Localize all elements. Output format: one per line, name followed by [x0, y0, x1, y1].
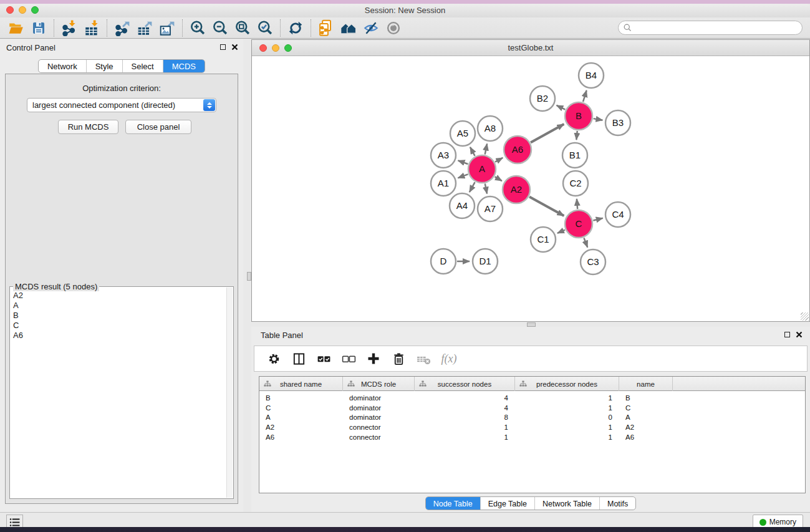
- table-cell: A2: [619, 423, 673, 431]
- edge-A-A4[interactable]: [470, 182, 475, 192]
- zoom-selected-button[interactable]: [254, 19, 276, 37]
- edge-A-A8[interactable]: [485, 144, 487, 155]
- edge-B-B2[interactable]: [557, 105, 566, 110]
- column-header[interactable]: successor nodes: [415, 377, 515, 391]
- sort-icon: [347, 380, 355, 388]
- tab-select[interactable]: Select: [122, 60, 163, 72]
- import-table-button[interactable]: [80, 19, 103, 37]
- node-label-C2: C2: [569, 178, 581, 188]
- home-views-button[interactable]: [337, 19, 360, 37]
- window-resize-grip[interactable]: [801, 312, 809, 321]
- column-header[interactable]: name: [619, 377, 673, 391]
- edge-C-C3[interactable]: [584, 238, 587, 247]
- close-panel-icon[interactable]: [231, 44, 238, 51]
- search-field-wrap: [618, 21, 803, 35]
- float-panel-icon[interactable]: [220, 44, 226, 50]
- hide-graphics-button[interactable]: [360, 19, 382, 37]
- table-cell: A: [259, 414, 343, 421]
- show-graphics-button[interactable]: [382, 19, 405, 37]
- status-bar: Memory: [0, 512, 810, 527]
- edge-A-A7[interactable]: [485, 184, 487, 194]
- split-handle-vertical[interactable]: [247, 272, 251, 281]
- tab-network[interactable]: Network: [39, 60, 86, 72]
- column-label: shared name: [280, 380, 322, 388]
- edge-A-A1[interactable]: [458, 174, 468, 178]
- mcds-result-item[interactable]: C: [11, 321, 226, 331]
- table-row[interactable]: A6connector11A6: [259, 432, 805, 442]
- edge-A-A3[interactable]: [458, 160, 468, 164]
- close-panel-icon[interactable]: [796, 331, 803, 338]
- select-stepper-icon: [203, 99, 215, 111]
- mcds-result-scrollbar[interactable]: [226, 288, 233, 498]
- table-row[interactable]: Bdominator41B: [259, 393, 805, 403]
- tab-motifs[interactable]: Motifs: [599, 497, 635, 510]
- node-label-C4: C4: [612, 209, 624, 220]
- columns-button[interactable]: [288, 349, 309, 368]
- edge-A6-B[interactable]: [531, 124, 564, 142]
- mcds-result-item[interactable]: A2: [11, 291, 226, 301]
- import-network-button[interactable]: [58, 19, 80, 37]
- table-cell: 4: [415, 394, 515, 402]
- delete-button[interactable]: [388, 349, 409, 368]
- edge-A-A2[interactable]: [495, 177, 502, 181]
- select-all-button[interactable]: [313, 349, 334, 368]
- session-title: Session: New Session: [0, 6, 810, 15]
- network-window-titlebar[interactable]: testGlobe.txt: [252, 40, 809, 56]
- delete-table-button[interactable]: [413, 349, 434, 368]
- add-column-button[interactable]: [363, 349, 384, 368]
- network-from-file-button[interactable]: [315, 19, 337, 37]
- zoom-in-button[interactable]: [186, 19, 209, 37]
- optimization-criterion-select[interactable]: largest connected component (directed): [27, 98, 216, 112]
- refresh-icon: [287, 20, 304, 36]
- edge-B-B3[interactable]: [594, 118, 603, 120]
- deselect-all-checkboxes-icon: [341, 351, 357, 367]
- table-row[interactable]: A2connector11A2: [259, 422, 805, 432]
- tab-mcds[interactable]: MCDS: [163, 60, 205, 72]
- tab-edge-table[interactable]: Edge Table: [480, 497, 534, 510]
- mcds-result-list: A2ABCA6: [11, 291, 226, 498]
- tab-style[interactable]: Style: [86, 60, 122, 72]
- import-network-icon: [61, 20, 77, 36]
- close-panel-button[interactable]: Close panel: [125, 120, 191, 134]
- column-header[interactable]: predecessor nodes: [515, 377, 619, 391]
- tab-node-table[interactable]: Node Table: [426, 497, 480, 510]
- zoom-fit-button[interactable]: [231, 19, 254, 37]
- edge-A2-C[interactable]: [529, 197, 564, 216]
- network-view-window: testGlobe.txt B4B2BB3A5A8A6B1A3AA1C2A2A4…: [251, 39, 810, 322]
- mcds-result-item[interactable]: B: [11, 311, 226, 321]
- export-image-button[interactable]: [156, 19, 178, 37]
- mcds-tab-content: Optimization criterion: largest connecte…: [5, 74, 238, 504]
- refresh-button[interactable]: [284, 19, 307, 37]
- save-session-button[interactable]: [27, 19, 50, 37]
- edge-C-C1[interactable]: [557, 230, 565, 233]
- function-builder-button[interactable]: f(x): [438, 349, 459, 368]
- mcds-result-item[interactable]: A6: [11, 331, 226, 341]
- edge-A-A6[interactable]: [495, 158, 503, 162]
- open-file-button[interactable]: [5, 19, 27, 37]
- settings-gear-button[interactable]: [263, 349, 284, 368]
- edge-B-B1[interactable]: [576, 131, 577, 140]
- network-canvas[interactable]: B4B2BB3A5A8A6B1A3AA1C2A2A4A7C4CC1C3DD1: [252, 56, 809, 321]
- table-row[interactable]: Cdominator41C: [259, 403, 805, 413]
- tab-network-table[interactable]: Network Table: [534, 497, 599, 510]
- float-panel-icon[interactable]: [784, 332, 790, 337]
- control-panel-title: Control Panel: [6, 43, 55, 52]
- export-network-button[interactable]: [111, 19, 133, 37]
- run-mcds-button[interactable]: Run MCDS: [58, 120, 118, 134]
- table-cell: C: [259, 404, 343, 412]
- edge-A-A5[interactable]: [470, 147, 475, 156]
- deselect-all-button[interactable]: [338, 349, 359, 368]
- sort-icon: [519, 380, 527, 388]
- zoom-out-button[interactable]: [209, 19, 231, 37]
- split-handle-horizontal[interactable]: [527, 322, 536, 327]
- mcds-result-item[interactable]: A: [11, 301, 226, 311]
- table-cell: connector: [343, 433, 415, 441]
- export-table-button[interactable]: [133, 19, 156, 37]
- edge-B-B4[interactable]: [583, 90, 587, 102]
- column-header[interactable]: MCDS role: [343, 377, 415, 391]
- edge-C-C4[interactable]: [593, 218, 602, 221]
- column-header[interactable]: shared name: [259, 377, 343, 391]
- edge-C-C2[interactable]: [577, 199, 577, 209]
- search-input[interactable]: [618, 21, 803, 35]
- table-row[interactable]: Adominator80A: [259, 412, 805, 422]
